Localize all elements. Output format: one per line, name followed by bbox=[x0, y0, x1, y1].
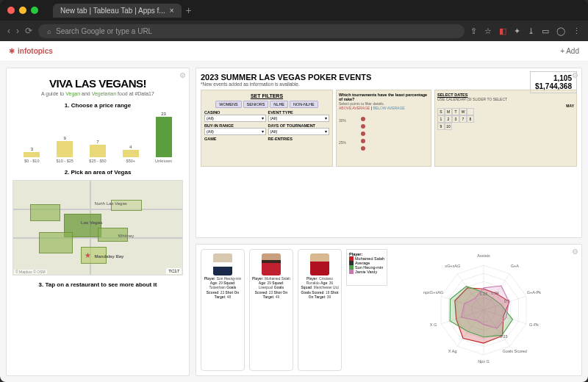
dates-panel: SELECT DATES USE CALENDAR (SI SLIDER TO … bbox=[434, 90, 577, 167]
filter-panel: SET FILTERS WOMENSSENIORSNLHENON-NLHE CA… bbox=[201, 90, 333, 167]
svg-text:Npx G: Npx G bbox=[478, 359, 490, 364]
price-bar-chart[interactable]: 3$0 - $109$10 - $257$25 - $504$50+23Unkn… bbox=[12, 112, 183, 163]
svg-text:0.7: 0.7 bbox=[504, 299, 510, 303]
chevron-down-icon: ▾ bbox=[325, 129, 327, 134]
map-marker[interactable]: ★ bbox=[85, 251, 91, 259]
vegas-subtitle: A guide to Vegan and Vegetarian food at … bbox=[12, 91, 183, 96]
pill-seniors[interactable]: SENIORS bbox=[243, 101, 269, 108]
svg-text:xG+xAG: xG+xAG bbox=[445, 264, 460, 268]
menu-icon[interactable]: ⋮ bbox=[573, 26, 581, 36]
svg-text:npxG+xAG: npxG+xAG bbox=[423, 290, 443, 295]
days-select[interactable]: (All)▾ bbox=[268, 128, 330, 135]
poker-title: 2023 SUMMER LAS VEGAS POKER EVENTS bbox=[201, 73, 577, 82]
ext-icon[interactable]: ◧ bbox=[499, 26, 506, 36]
account-icon[interactable]: ◯ bbox=[556, 26, 565, 36]
search-icon: ⌕ bbox=[47, 27, 51, 35]
forward-button[interactable]: › bbox=[16, 26, 19, 36]
min-dot[interactable] bbox=[19, 7, 26, 14]
close-tab-icon[interactable]: × bbox=[170, 7, 174, 15]
reader-icon[interactable]: ▭ bbox=[542, 26, 549, 36]
svg-text:G-Pk: G-Pk bbox=[529, 322, 539, 327]
brand-logo: ✱ infotopics bbox=[9, 47, 53, 55]
map-tc-badge: TC17 bbox=[166, 268, 182, 274]
svg-text:Assists: Assists bbox=[477, 253, 490, 258]
reload-button[interactable]: ⟳ bbox=[25, 26, 32, 36]
calendar[interactable]: SMTW12378910 bbox=[437, 108, 574, 130]
player-photo bbox=[310, 253, 329, 275]
step1-label: 1. Choose a price range bbox=[12, 102, 183, 109]
gear-icon[interactable]: ⚙ bbox=[179, 71, 186, 79]
pill-nlhe[interactable]: NLHE bbox=[270, 101, 288, 108]
bar-Unknown[interactable]: 23Unknown bbox=[151, 112, 177, 163]
player-card[interactable]: Player: Mohamed Salah Age: 29 Squad: Liv… bbox=[249, 249, 293, 371]
step2-label: 2. Pick an area of Vegas bbox=[12, 169, 183, 176]
url-placeholder: Search Google or type a URL bbox=[56, 27, 152, 35]
radar-legend: Player: Mohamed SalahAverageSon Heung-mi… bbox=[346, 249, 387, 286]
svg-text:G+A: G+A bbox=[511, 264, 520, 268]
poker-subtitle: *New events added as information is avai… bbox=[201, 82, 577, 87]
svg-text:G+A-Pk: G+A-Pk bbox=[527, 290, 542, 295]
bar-$50+[interactable]: 4$50+ bbox=[118, 145, 144, 163]
new-tab-button[interactable]: + bbox=[186, 4, 192, 16]
plus-icon: + bbox=[560, 47, 564, 55]
players-panel: ⚙ Player: Son Heung-min Age: 29 Squad: T… bbox=[196, 244, 582, 376]
poker-kpi: 1,105 $1,744,368 bbox=[530, 71, 577, 93]
step3-label: 3. Tap on a restaurant to see more about… bbox=[12, 281, 183, 288]
add-button[interactable]: + Add bbox=[560, 47, 579, 55]
legend-item: Jamie Vardy bbox=[349, 270, 384, 274]
tab-title: New tab | Tableau Tab | Apps f... bbox=[60, 7, 165, 15]
rake-chart[interactable]: Which tournaments have the least percent… bbox=[336, 90, 431, 167]
svg-text:1.17: 1.17 bbox=[480, 292, 488, 296]
close-dot[interactable] bbox=[7, 7, 15, 14]
buyin-select[interactable]: (All)▾ bbox=[204, 128, 266, 135]
vegas-panel: ⚙ VIVA LAS VEGANS! A guide to Vegan and … bbox=[6, 68, 190, 376]
chevron-down-icon: ▾ bbox=[262, 129, 264, 134]
pill-non-nlhe[interactable]: NON-NLHE bbox=[290, 101, 318, 108]
back-button[interactable]: ‹ bbox=[7, 26, 10, 36]
player-card[interactable]: Player: Cristiano Ronaldo Age: 36 Squad:… bbox=[298, 249, 342, 371]
bar-$0 - $10[interactable]: 3$0 - $10 bbox=[18, 147, 45, 163]
chevron-down-icon: ▾ bbox=[262, 116, 264, 120]
url-input[interactable]: ⌕ Search Google or type a URL bbox=[38, 24, 465, 38]
bar-$25 - $50[interactable]: 7$25 - $50 bbox=[85, 140, 111, 163]
chevron-down-icon: ▾ bbox=[325, 116, 327, 120]
puzzle-icon[interactable]: ✦ bbox=[514, 26, 520, 36]
poker-panel: ⚙ 2023 SUMMER LAS VEGAS POKER EVENTS *Ne… bbox=[196, 68, 582, 238]
vegas-map[interactable]: North Las Vegas Las Vegas Whitney ★ Mand… bbox=[12, 180, 183, 275]
svg-text:X Ag: X Ag bbox=[448, 349, 457, 353]
bookmark-icon[interactable]: ☆ bbox=[484, 26, 492, 36]
player-card[interactable]: Player: Son Heung-min Age: 29 Squad: Tot… bbox=[201, 249, 245, 371]
svg-text:X G: X G bbox=[430, 322, 437, 327]
download-icon[interactable]: ⤓ bbox=[528, 26, 534, 36]
bar-$10 - $25[interactable]: 9$10 - $25 bbox=[51, 136, 78, 163]
svg-text:0.23: 0.23 bbox=[500, 334, 508, 339]
vegas-title: VIVA LAS VEGANS! bbox=[12, 77, 183, 90]
map-attribution: © Mapbox © OSM bbox=[14, 270, 47, 274]
pill-womens[interactable]: WOMENS bbox=[215, 101, 241, 108]
svg-text:Goals Scored: Goals Scored bbox=[503, 349, 527, 353]
max-dot[interactable] bbox=[31, 7, 38, 14]
browser-tab[interactable]: New tab | Tableau Tab | Apps f... × bbox=[53, 4, 182, 18]
share-icon[interactable]: ⇪ bbox=[470, 26, 477, 36]
player-photo bbox=[213, 253, 232, 275]
svg-text:0.94: 0.94 bbox=[491, 291, 499, 295]
casino-select[interactable]: (All)▾ bbox=[204, 115, 266, 122]
player-photo bbox=[262, 253, 281, 275]
radar-chart[interactable]: Assists1.17G+A0.94G+A-Pk0.7G-PkGoals Sco… bbox=[390, 249, 577, 371]
event-select[interactable]: (All)▾ bbox=[268, 115, 330, 122]
